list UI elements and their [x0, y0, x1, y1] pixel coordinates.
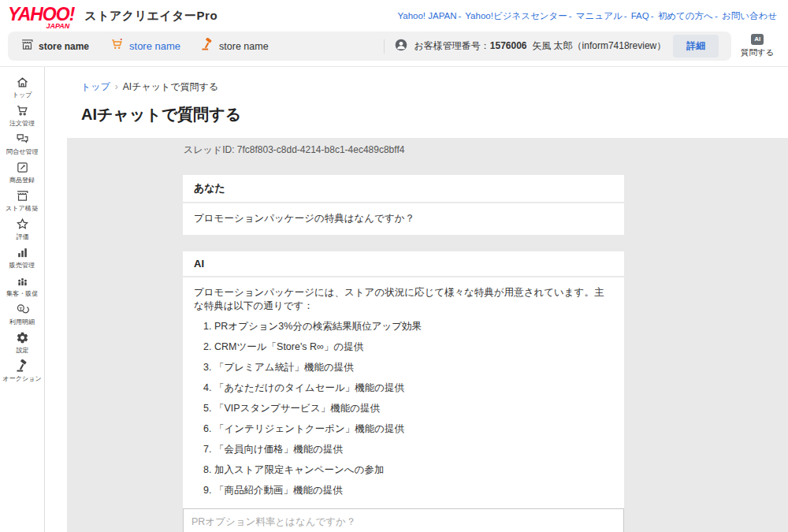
store-name-auction[interactable]: store name — [201, 38, 269, 54]
breadcrumb-current: AIチャットで質問する — [123, 81, 218, 92]
ai-message-label: AI — [183, 251, 624, 276]
store-name-storefront[interactable]: store name — [20, 38, 89, 54]
storefront-icon — [16, 189, 29, 203]
sidebar-item-inquiries[interactable]: 問合せ管理 — [0, 131, 44, 158]
account-name: 矢風 太郎（inform7418review） — [532, 40, 666, 51]
ai-benefit-item: 「インテリジェントクーポン」機能の提供 — [214, 422, 613, 437]
account-number: 1576006 — [490, 40, 527, 51]
sidebar-item-ratings[interactable]: 評価 — [0, 216, 44, 244]
chat-bubbles-icon — [16, 132, 29, 146]
page-title: AIチャットで質問する — [81, 104, 788, 125]
chat-panel: スレッドID: 7fc8f803-c8dd-4214-b8c1-4ec489c8… — [67, 138, 788, 532]
edit-icon — [16, 161, 29, 174]
sidebar-item-product-registration[interactable]: 商品登録 — [0, 159, 44, 187]
gear-icon — [16, 331, 29, 344]
ai-benefit-item: PRオプション3%分の検索結果順位アップ効果 — [214, 320, 613, 334]
ai-benefit-item: CRMツール「Store's R∞」の提供 — [214, 340, 613, 355]
user-avatar-icon — [395, 39, 407, 54]
sidebar-item-settings[interactable]: 設定 — [0, 329, 44, 357]
sidebar-item-sales-management[interactable]: 販売管理 — [0, 244, 44, 272]
header-links: Yahoo! JAPAN- Yahoo!ビジネスセンター- マニュアル- FAQ… — [397, 10, 777, 22]
header-link-business-center[interactable]: Yahoo!ビジネスセンター — [465, 11, 567, 20]
store-name-shopping[interactable]: store name — [110, 38, 180, 54]
sidebar-item-orders[interactable]: 注文管理 — [0, 102, 44, 130]
ai-benefit-list: PRオプション3%分の検索結果順位アップ効果 CRMツール「Store's R∞… — [194, 320, 613, 498]
breadcrumb-home-link[interactable]: トップ — [81, 81, 110, 92]
chat-input[interactable] — [183, 508, 624, 532]
bar-chart-icon — [16, 246, 29, 259]
divider — [384, 39, 385, 54]
sidebar: トップ 注文管理 問合せ管理 商品登録 ストア構築 評価 販売管理 集客・販促 — [0, 67, 45, 532]
breadcrumb: トップ›AIチャットで質問する — [81, 80, 788, 94]
cart-icon — [110, 38, 125, 54]
ai-shortcut-label: 質問する — [741, 47, 775, 58]
store-bar-row: store name store name — [0, 32, 788, 67]
main-content: トップ›AIチャットで質問する AIチャットで質問する スレッドID: 7fc8… — [45, 67, 788, 532]
sidebar-item-store-building[interactable]: ストア構築 — [0, 188, 44, 215]
sidebar-item-top[interactable]: トップ — [0, 74, 44, 102]
user-message: プロモーションパッケージの特典はなんですか？ — [183, 203, 624, 235]
sidebar-item-promotion[interactable]: 集客・販促 — [0, 273, 44, 300]
top-header: YAHOO!JAPAN ストアクリエイターPro Yahoo! JAPAN- Y… — [0, 0, 788, 32]
ai-benefit-item: 「会員向け価格」機能の提供 — [214, 443, 613, 457]
ai-message-intro: プロモーションパッケージには、ストアの状況に応じて様々な特典が用意されています。… — [194, 286, 613, 314]
auction-hammer-icon — [201, 38, 214, 54]
sidebar-item-usage-details[interactable]: 利用明細 — [0, 301, 44, 329]
ai-message: プロモーションパッケージには、ストアの状況に応じて様々な特典が用意されています。… — [183, 277, 624, 508]
logo-brand-text: YAHOO! — [8, 4, 74, 24]
thread-id: スレッドID: 7fc8f803-c8dd-4214-b8c1-4ec489c8… — [184, 143, 788, 157]
product-title: ストアクリエイターPro — [84, 9, 217, 24]
ai-benefit-item: 「プレミアム統計」機能の提供 — [214, 361, 613, 375]
ai-benefit-item: 「VIPスタンプサービス」機能の提供 — [214, 402, 613, 416]
store-name-label: store name — [219, 41, 269, 52]
auction-hammer-icon — [16, 359, 29, 373]
store-bar: store name store name — [8, 32, 731, 61]
ai-benefit-item: 加入ストア限定キャンペーンへの参加 — [214, 463, 613, 478]
ai-benefit-item: 「あなただけのタイムセール」機能の提供 — [214, 381, 613, 396]
audience-icon — [16, 274, 29, 288]
account-info: お客様管理番号：1576006 矢風 太郎（inform7418review） — [414, 39, 667, 53]
header-link-beginners[interactable]: 初めての方へ — [658, 11, 713, 20]
logo-japan-text: JAPAN — [46, 23, 69, 30]
ai-question-shortcut[interactable]: AI 質問する — [734, 34, 780, 58]
user-message-label: あなた — [183, 175, 624, 202]
store-name-label: store name — [129, 40, 180, 52]
star-icon — [16, 218, 29, 231]
header-link-contact[interactable]: お問い合わせ — [722, 11, 777, 20]
ai-badge-icon: AI — [751, 34, 764, 45]
coins-icon — [16, 303, 29, 316]
sidebar-item-auction[interactable]: オークション — [0, 358, 44, 385]
yahoo-japan-logo[interactable]: YAHOO!JAPAN — [8, 4, 77, 28]
storefront-icon — [20, 38, 34, 54]
header-link-yahoo-japan[interactable]: Yahoo! JAPAN — [397, 11, 456, 20]
header-link-faq[interactable]: FAQ — [631, 11, 649, 20]
store-name-label: store name — [39, 41, 89, 52]
cart-icon — [16, 104, 29, 117]
breadcrumb-separator: › — [110, 81, 123, 92]
header-link-manual[interactable]: マニュアル — [576, 11, 623, 20]
detail-button[interactable]: 詳細 — [673, 35, 719, 58]
ai-benefit-item: 「商品紹介動画」機能の提供 — [214, 484, 613, 498]
home-icon — [16, 76, 29, 89]
